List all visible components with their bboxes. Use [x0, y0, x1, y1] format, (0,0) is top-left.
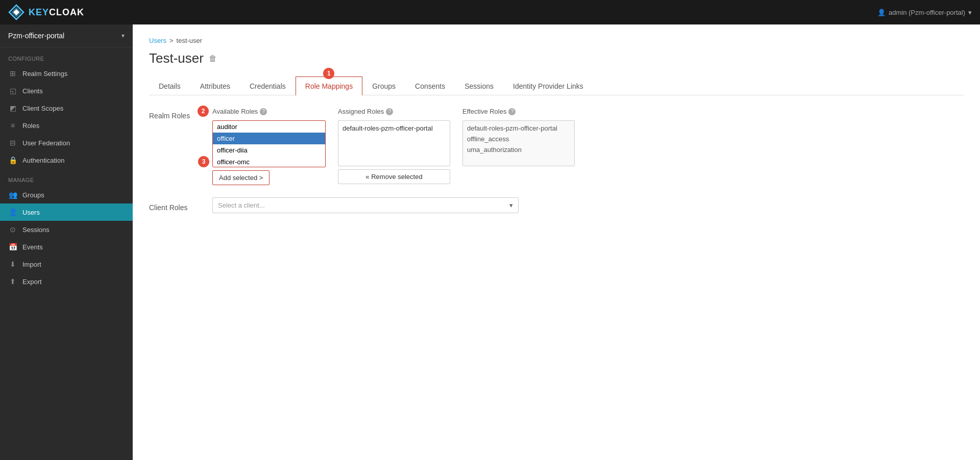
- sidebar-item-label: Users: [22, 209, 40, 216]
- sidebar-item-sessions[interactable]: ⊙ Sessions: [0, 221, 133, 238]
- realm-roles-section: Realm Roles Available Roles ? 2 auditor …: [149, 108, 964, 185]
- role-option-officer-omc[interactable]: officer-omc: [213, 156, 325, 167]
- effective-role-default: default-roles-pzm-officer-portal: [465, 123, 572, 134]
- available-roles-wrapper: 2 auditor officer officer-diia officer-o…: [212, 120, 326, 167]
- tab-attributes[interactable]: Attributes: [190, 76, 240, 95]
- add-selected-button[interactable]: Add selected >: [212, 170, 270, 185]
- available-roles-help-icon[interactable]: ?: [260, 108, 267, 115]
- effective-roles-column: Effective Roles ? default-roles-pzm-offi…: [462, 108, 575, 166]
- user-dropdown-arrow: ▾: [968, 9, 972, 16]
- import-icon: ⬇: [8, 260, 17, 268]
- tabs: Details Attributes Credentials 1 Role Ma…: [149, 76, 964, 95]
- clients-icon: ◱: [8, 87, 17, 95]
- content-inner: Users > test-user Test-user 🗑 Details At…: [133, 24, 980, 225]
- breadcrumb-current: test-user: [177, 37, 203, 44]
- users-icon: 👤: [8, 208, 17, 216]
- effective-roles-box: default-roles-pzm-officer-portal offline…: [462, 120, 575, 166]
- tab-sessions[interactable]: Sessions: [455, 76, 503, 95]
- available-roles-column: Available Roles ? 2 auditor officer offi…: [212, 108, 326, 185]
- sidebar-item-import[interactable]: ⬇ Import: [0, 255, 133, 273]
- effective-roles-help-icon[interactable]: ?: [508, 108, 516, 115]
- client-roles-placeholder: Select a client...: [218, 201, 265, 209]
- realm-chevron-icon: ▾: [121, 32, 125, 39]
- sidebar: Pzm-officer-portal ▾ Configure ⊞ Realm S…: [0, 24, 133, 460]
- breadcrumb-separator: >: [169, 37, 174, 44]
- sidebar-item-label: Export: [22, 278, 42, 286]
- assigned-roles-help-icon[interactable]: ?: [386, 108, 393, 115]
- delete-user-icon[interactable]: 🗑: [209, 54, 217, 63]
- configure-section-label: Configure: [0, 47, 133, 65]
- sidebar-item-events[interactable]: 📅 Events: [0, 238, 133, 255]
- assigned-roles-box: default-roles-pzm-officer-portal: [338, 120, 450, 166]
- content-area: Users > test-user Test-user 🗑 Details At…: [133, 24, 980, 460]
- sidebar-item-label: Sessions: [22, 226, 50, 234]
- role-option-officer[interactable]: officer: [213, 133, 325, 144]
- effective-roles-title: Effective Roles ?: [462, 108, 575, 115]
- available-roles-listbox[interactable]: auditor officer officer-diia officer-omc…: [213, 121, 325, 167]
- sidebar-item-label: Client Scopes: [22, 105, 63, 112]
- sidebar-item-clients[interactable]: ◱ Clients: [0, 82, 133, 99]
- sidebar-item-realm-settings[interactable]: ⊞ Realm Settings: [0, 65, 133, 82]
- sidebar-item-label: Realm Settings: [22, 70, 67, 78]
- assigned-roles-title: Assigned Roles ?: [338, 108, 450, 115]
- client-roles-dropdown[interactable]: Select a client... ▾: [212, 197, 519, 213]
- effective-role-offline: offline_access: [465, 134, 572, 144]
- events-icon: 📅: [8, 243, 17, 251]
- sidebar-item-label: Clients: [22, 87, 43, 95]
- sessions-icon: ⊙: [8, 225, 17, 234]
- sidebar-item-groups[interactable]: 👥 Groups: [0, 186, 133, 203]
- page-title: Test-user: [149, 50, 204, 66]
- export-icon: ⬆: [8, 277, 17, 286]
- client-roles-dropdown-arrow-icon: ▾: [509, 201, 513, 209]
- roles-icon: ≡: [8, 121, 17, 130]
- sidebar-item-label: Authentication: [22, 157, 64, 164]
- sidebar-item-label: Groups: [22, 191, 44, 199]
- user-label: admin (Pzm-officer-portal): [889, 9, 965, 16]
- step-2-badge: 2: [198, 106, 209, 117]
- role-option-officer-diia[interactable]: officer-diia: [213, 144, 325, 156]
- tab-consents[interactable]: Consents: [405, 76, 455, 95]
- sidebar-item-label: Import: [22, 261, 41, 268]
- tab-credentials[interactable]: Credentials: [240, 76, 296, 95]
- main-layout: Pzm-officer-portal ▾ Configure ⊞ Realm S…: [0, 24, 980, 460]
- effective-role-uma: uma_authorization: [465, 144, 572, 155]
- client-roles-label: Client Roles: [149, 199, 200, 212]
- assigned-roles-column: Assigned Roles ? default-roles-pzm-offic…: [338, 108, 450, 184]
- user-federation-icon: ⊟: [8, 139, 17, 147]
- role-option-auditor[interactable]: auditor: [213, 121, 325, 133]
- topbar-user[interactable]: 👤 admin (Pzm-officer-portal) ▾: [877, 9, 972, 16]
- tab-groups[interactable]: Groups: [362, 76, 405, 95]
- client-roles-section: Client Roles Select a client... ▾: [149, 197, 964, 213]
- breadcrumb-users-link[interactable]: Users: [149, 37, 166, 44]
- sidebar-item-client-scopes[interactable]: ◩ Client Scopes: [0, 99, 133, 117]
- sidebar-item-user-federation[interactable]: ⊟ User Federation: [0, 134, 133, 151]
- user-icon: 👤: [877, 9, 886, 16]
- realm-name: Pzm-officer-portal: [8, 32, 64, 40]
- step-3-badge: 3: [198, 156, 209, 167]
- realm-settings-icon: ⊞: [8, 69, 17, 78]
- sidebar-item-label: Events: [22, 243, 43, 251]
- sidebar-item-label: User Federation: [22, 139, 70, 147]
- realm-roles-label: Realm Roles: [149, 108, 200, 120]
- manage-section-label: Manage: [0, 169, 133, 186]
- sidebar-item-authentication[interactable]: 🔒 Authentication: [0, 151, 133, 169]
- logo: KEYCLOAK: [8, 4, 84, 20]
- available-roles-title: Available Roles ?: [212, 108, 326, 115]
- breadcrumb: Users > test-user: [149, 37, 964, 44]
- tab-role-mappings[interactable]: 1 Role Mappings: [296, 76, 362, 95]
- sidebar-item-label: Roles: [22, 122, 39, 130]
- client-scopes-icon: ◩: [8, 104, 17, 112]
- realm-selector[interactable]: Pzm-officer-portal ▾: [0, 24, 133, 47]
- page-title-row: Test-user 🗑: [149, 50, 964, 66]
- sidebar-item-export[interactable]: ⬆ Export: [0, 273, 133, 290]
- authentication-icon: 🔒: [8, 156, 17, 164]
- remove-selected-button[interactable]: « Remove selected: [338, 169, 450, 184]
- topbar: KEYCLOAK 👤 admin (Pzm-officer-portal) ▾: [0, 0, 980, 24]
- tab-identity-provider-links[interactable]: Identity Provider Links: [503, 76, 593, 95]
- sidebar-item-roles[interactable]: ≡ Roles: [0, 117, 133, 134]
- groups-icon: 👥: [8, 191, 17, 199]
- logo-text: KEYCLOAK: [29, 7, 84, 18]
- assigned-role-item: default-roles-pzm-officer-portal: [340, 123, 448, 134]
- sidebar-item-users[interactable]: 👤 Users: [0, 203, 133, 221]
- tab-details[interactable]: Details: [149, 76, 190, 95]
